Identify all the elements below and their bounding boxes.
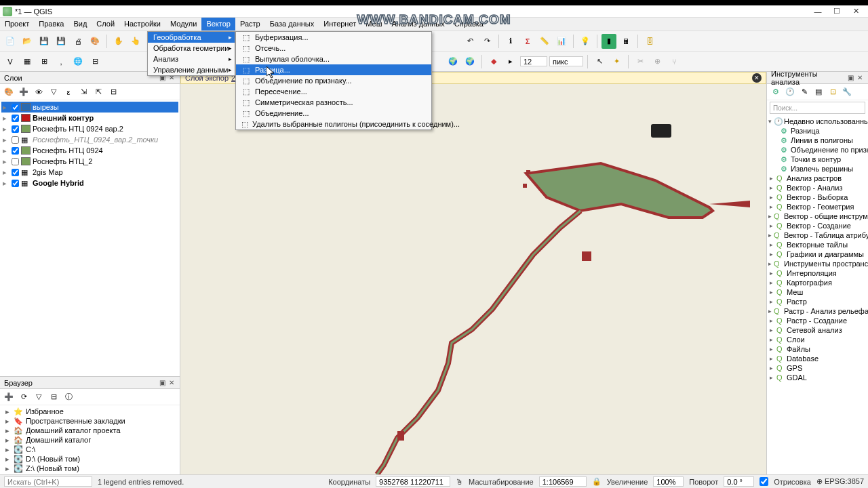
processing-results-button[interactable]: ▤	[812, 86, 825, 98]
mag-input[interactable]	[653, 476, 684, 487]
layer-filter-button[interactable]: ▽	[47, 86, 60, 98]
merge-button[interactable]: ⊕	[650, 54, 665, 69]
menu-анализ данных[interactable]: Анализ данных	[387, 18, 449, 30]
layer-checkbox[interactable]	[12, 115, 19, 122]
menu-настройки[interactable]: Настройки	[119, 18, 165, 30]
layer-add-group-button[interactable]: ➕	[18, 86, 30, 98]
tree-group[interactable]: ▸QDatabase	[768, 354, 867, 363]
layer-row[interactable]: ▸Роснефть НТЦ_2	[1, 156, 178, 167]
submenu-item[interactable]: Обработка геометрии▸	[148, 43, 235, 54]
tag-red-button[interactable]: ◆	[486, 54, 501, 69]
save-as-button[interactable]: 💾	[54, 34, 68, 49]
processing-undock-button[interactable]: ▣	[846, 74, 854, 82]
tree-group[interactable]: ▸QСлои	[768, 335, 867, 344]
tree-algorithm[interactable]: ⚙Извлечь вершины	[768, 164, 867, 174]
pan-selection-button[interactable]: 👆	[128, 34, 143, 49]
layer-expand-button[interactable]: ⇲	[77, 86, 90, 98]
layer-remove-button[interactable]: ⊟	[107, 86, 119, 98]
tree-group[interactable]: ▸QФайлы	[768, 344, 867, 354]
submenu-item[interactable]: Управление данными▸	[148, 64, 235, 75]
tree-group[interactable]: ▸QВектор - Геометрия	[768, 202, 867, 211]
add-mesh-button[interactable]: ⊞	[37, 54, 52, 69]
osm-button[interactable]: 🌍	[446, 54, 460, 69]
browser-collapse-button[interactable]: ⊟	[47, 391, 60, 403]
layer-visibility-button[interactable]: 👁	[33, 86, 45, 98]
tree-group[interactable]: ▸QРастр - Создание	[768, 316, 867, 325]
layer-row[interactable]: ▸▦2gis Map	[1, 167, 178, 178]
add-csv-button[interactable]: ,	[54, 54, 68, 69]
minimize-button[interactable]: —	[808, 6, 827, 17]
tree-group[interactable]: ▸QИнтерполяция	[768, 268, 867, 278]
layer-checkbox[interactable]	[12, 104, 19, 111]
menu-интернет[interactable]: Интернет	[319, 18, 361, 30]
layer-checkbox[interactable]	[12, 169, 19, 176]
tree-algorithm[interactable]: ⚙Разница	[768, 126, 867, 136]
add-wms-button[interactable]: 🌐	[71, 54, 85, 69]
add-db-button[interactable]: ⊟	[87, 54, 102, 69]
tree-algorithm[interactable]: ⚙Точки в контур	[768, 155, 867, 164]
stats-button[interactable]: 📊	[554, 34, 569, 49]
browser-tree[interactable]: ▸⭐Избранное▸🔖Пространственные закладки▸🏠…	[0, 405, 180, 474]
message-close-button[interactable]: ✕	[752, 73, 762, 83]
new-project-button[interactable]: 📄	[3, 34, 18, 49]
processing-edit-button[interactable]: ✎	[798, 86, 810, 98]
layer-row[interactable]: ▸▦Google Hybrid	[1, 178, 178, 188]
submenu-item[interactable]: ⬚Пересечение...	[236, 86, 431, 97]
menu-модули[interactable]: Модули	[165, 18, 201, 30]
menu-растр[interactable]: Растр	[235, 18, 265, 30]
select-button[interactable]: ▮	[601, 34, 616, 49]
processing-tree[interactable]: ▾🕐Недавно использованные⚙Разница⚙Линии в…	[767, 115, 868, 474]
submenu-item[interactable]: ⬚Буферизация...	[236, 32, 431, 43]
layer-collapse-button[interactable]: ⇱	[92, 86, 104, 98]
snap-unit-select[interactable]	[549, 56, 583, 66]
tree-group[interactable]: ▸QВектор - Создание	[768, 221, 867, 230]
layer-row[interactable]: ▸вырезы	[1, 102, 178, 113]
processing-settings-button[interactable]: 🔧	[841, 86, 853, 98]
browser-close-button[interactable]: ✕	[167, 379, 176, 387]
browser-item[interactable]: ▸⭐Избранное	[4, 407, 176, 416]
tree-group[interactable]: ▸QСетевой анализ	[768, 325, 867, 335]
scale-input[interactable]	[539, 476, 587, 487]
tree-group[interactable]: ▸QИнструменты пространствен...	[768, 259, 867, 268]
menu-меш[interactable]: Меш	[361, 18, 387, 30]
db-button[interactable]: 🗄	[642, 34, 657, 49]
vector-menu[interactable]: Геообработка▸Обработка геометрии▸Анализ▸…	[147, 31, 235, 76]
browser-item[interactable]: ▸🏠Домашний каталог	[4, 435, 176, 445]
layer-checkbox[interactable]	[12, 136, 19, 144]
layer-checkbox[interactable]	[12, 125, 19, 133]
measure-button[interactable]: 📏	[537, 34, 552, 49]
menu-вектор[interactable]: Вектор	[201, 18, 235, 30]
print-layout-button[interactable]: 🖨	[71, 34, 85, 49]
add-vector-button[interactable]: V	[3, 54, 18, 69]
browser-refresh-button[interactable]: ⟳	[18, 391, 30, 403]
layer-row[interactable]: ▸Роснефть НТЦ 0924	[1, 145, 178, 156]
submenu-item[interactable]: ⬚Разница...	[236, 64, 431, 75]
tree-group[interactable]: ▸QМеш	[768, 287, 867, 297]
submenu-item[interactable]: ⬚Объединение...	[236, 108, 431, 119]
browser-item[interactable]: ▸🔖Пространственные закладки	[4, 416, 176, 426]
identify-button[interactable]: ℹ	[503, 34, 518, 49]
geoprocessing-submenu[interactable]: ⬚Буферизация...⬚Отсечь...⬚Выпуклая оболо…	[235, 31, 432, 130]
tree-group[interactable]: ▸QГрафики и диаграммы	[768, 249, 867, 259]
browser-undock-button[interactable]: ▣	[158, 379, 166, 387]
tree-group[interactable]: ▸QРастр - Анализ рельефа	[768, 306, 867, 316]
layer-checkbox[interactable]	[12, 147, 19, 155]
redo-button[interactable]: ↷	[479, 34, 494, 49]
snap-distance-input[interactable]	[520, 56, 547, 66]
layer-row[interactable]: ▸Внешний контур	[1, 113, 178, 123]
tree-group[interactable]: ▸QВекторные тайлы	[768, 240, 867, 249]
layer-list[interactable]: ▸вырезы▸Внешний контур▸Роснефть НТЦ 0924…	[0, 100, 180, 376]
map-canvas[interactable]: Слой экспор 24 вар.2\рабочее\Роснефть НТ…	[180, 72, 766, 474]
processing-close-button[interactable]: ✕	[856, 74, 864, 82]
menu-проект[interactable]: Проект	[0, 18, 34, 30]
style-manager-button[interactable]: 🎨	[87, 34, 102, 49]
sum-button[interactable]: Σ	[520, 34, 535, 49]
locator-input[interactable]	[4, 476, 92, 487]
layer-row[interactable]: ▸Роснефть НТЦ 0924 вар.2	[1, 123, 178, 134]
tree-group[interactable]: ▾🕐Недавно использованные	[768, 117, 867, 126]
tree-group[interactable]: ▸QВектор - Таблица атрибутов	[768, 230, 867, 240]
browser-add-button[interactable]: ➕	[3, 391, 15, 403]
submenu-item[interactable]: ⬚Отсечь...	[236, 43, 431, 54]
layer-style-button[interactable]: 🎨	[3, 86, 15, 98]
tree-group[interactable]: ▸QАнализ растров	[768, 174, 867, 183]
